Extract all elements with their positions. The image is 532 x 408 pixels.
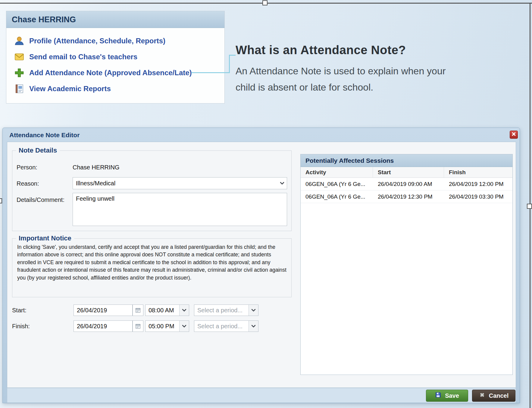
selection-handle-right[interactable] xyxy=(527,204,532,209)
dialog-title: Attendance Note Editor xyxy=(9,131,80,139)
report-icon xyxy=(14,84,25,94)
cancel-button[interactable]: Cancel xyxy=(472,390,515,402)
selection-handle-left[interactable] xyxy=(0,198,2,203)
potentially-affected-sessions-panel: Potentially Affected Sessions Activity S… xyxy=(300,154,513,375)
menu-item-view-academic-reports[interactable]: View Academic Reports xyxy=(14,81,224,97)
save-button[interactable]: Save xyxy=(426,390,468,402)
explainer-title: What is an Attendance Note? xyxy=(236,43,406,57)
email-icon xyxy=(14,52,25,62)
plus-icon xyxy=(14,68,25,78)
menu-item-label: Add Attendance Note (Approved Absence/La… xyxy=(29,69,192,77)
chevron-down-icon[interactable] xyxy=(179,321,189,332)
callout-line xyxy=(192,72,230,73)
column-header-finish[interactable]: Finish xyxy=(444,167,512,178)
reason-label: Reason: xyxy=(17,180,39,187)
person-label: Person: xyxy=(17,164,37,171)
start-period-placeholder: Select a period... xyxy=(194,307,249,314)
save-icon xyxy=(435,392,441,400)
important-notice-legend: Important Notice xyxy=(16,234,74,242)
chevron-down-icon[interactable] xyxy=(277,178,287,189)
session-row[interactable]: 06GEN_06A (Yr 6 Ge... 26/04/2019 09:00 A… xyxy=(301,178,512,190)
cancel-button-label: Cancel xyxy=(489,392,509,399)
student-menu-card: Chase HERRING Profile (Attendance, Sched… xyxy=(6,11,225,104)
details-comment-textarea[interactable]: Feeling unwell xyxy=(73,193,287,226)
session-row[interactable]: 06GEN_06A (Yr 6 Ge... 26/04/2019 12:30 P… xyxy=(301,190,512,203)
chevron-down-icon[interactable] xyxy=(249,305,258,316)
important-notice-text: In clicking 'Save', you understand, cert… xyxy=(12,239,291,282)
note-details-fieldset: Note Details Person: Chase HERRING Reaso… xyxy=(12,150,292,231)
start-date-value: 26/04/2019 xyxy=(74,307,132,314)
finish-date-value: 26/04/2019 xyxy=(74,323,132,330)
start-date-input[interactable]: 26/04/2019 xyxy=(74,304,133,316)
dialog-body: Note Details Person: Chase HERRING Reaso… xyxy=(7,142,516,388)
callout-line xyxy=(229,55,230,73)
start-time-value: 08:00 AM xyxy=(146,307,179,314)
finish-period-combobox[interactable]: Select a period... xyxy=(194,320,258,332)
close-icon xyxy=(512,132,516,138)
chevron-down-icon[interactable] xyxy=(179,305,189,316)
person-value: Chase HERRING xyxy=(73,164,120,171)
note-details-legend: Note Details xyxy=(16,147,60,154)
important-notice-fieldset: Important Notice In clicking 'Save', you… xyxy=(12,238,292,297)
details-comment-label: Details/Comment: xyxy=(17,196,64,203)
finish-period-placeholder: Select a period... xyxy=(194,323,249,330)
menu-item-label: Send email to Chase's teachers xyxy=(29,53,137,61)
menu-item-label: View Academic Reports xyxy=(29,85,111,93)
finish-date-input[interactable]: 26/04/2019 xyxy=(74,320,133,332)
finish-date-picker-button[interactable] xyxy=(133,320,143,332)
dialog-footer: Save Cancel xyxy=(7,388,516,403)
session-start: 26/04/2019 09:00 AM xyxy=(373,178,444,190)
menu-item-label: Profile (Attendance, Schedule, Reports) xyxy=(29,37,165,45)
chevron-down-icon[interactable] xyxy=(249,321,258,332)
profile-icon xyxy=(14,36,25,46)
student-menu: Profile (Attendance, Schedule, Reports) … xyxy=(6,28,224,97)
sessions-grid-header: Activity Start Finish xyxy=(301,167,512,178)
details-comment-value: Feeling unwell xyxy=(76,195,114,202)
cancel-icon xyxy=(479,392,485,400)
column-header-start[interactable]: Start xyxy=(373,167,444,178)
calendar-icon xyxy=(133,321,143,332)
column-header-activity[interactable]: Activity xyxy=(301,167,373,178)
finish-time-value: 05:00 PM xyxy=(146,323,179,330)
reason-combobox[interactable]: Illness/Medical xyxy=(73,177,287,189)
start-label: Start: xyxy=(12,307,27,314)
save-button-label: Save xyxy=(445,392,459,399)
attendance-note-editor-dialog: Attendance Note Editor Note Details Pers… xyxy=(2,128,520,403)
start-time-combobox[interactable]: 08:00 AM xyxy=(145,304,189,316)
close-button[interactable] xyxy=(510,131,518,139)
sessions-panel-title: Potentially Affected Sessions xyxy=(301,154,512,167)
session-finish: 26/04/2019 03:30 PM xyxy=(444,190,512,203)
selection-handle-top[interactable] xyxy=(262,0,268,5)
start-date-picker-button[interactable] xyxy=(133,304,143,316)
explainer-body: An Attendance Note is used to explain wh… xyxy=(236,63,454,96)
callout-line xyxy=(229,55,236,56)
student-name-header: Chase HERRING xyxy=(6,11,224,28)
menu-item-send-email[interactable]: Send email to Chase's teachers xyxy=(14,49,224,65)
finish-label: Finish: xyxy=(12,323,30,330)
finish-time-combobox[interactable]: 05:00 PM xyxy=(145,320,189,332)
session-activity: 06GEN_06A (Yr 6 Ge... xyxy=(301,190,373,203)
start-period-combobox[interactable]: Select a period... xyxy=(194,304,258,316)
session-finish: 26/04/2019 12:00 PM xyxy=(444,178,512,190)
reason-value: Illness/Medical xyxy=(73,180,277,187)
menu-item-profile[interactable]: Profile (Attendance, Schedule, Reports) xyxy=(14,33,224,49)
session-start: 26/04/2019 12:30 PM xyxy=(373,190,444,203)
calendar-icon xyxy=(133,305,143,316)
session-activity: 06GEN_06A (Yr 6 Ge... xyxy=(301,178,373,190)
